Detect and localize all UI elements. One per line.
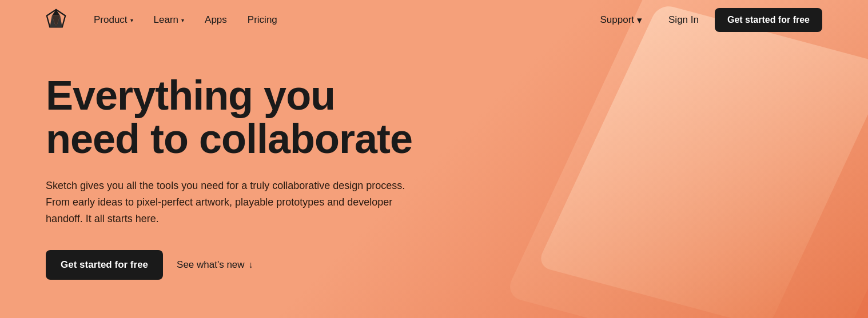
logo[interactable]: [46, 9, 66, 31]
navbar: Product ▾ Learn ▾ Apps Pricing Support ▾…: [0, 0, 868, 40]
nav-left: Product ▾ Learn ▾ Apps Pricing: [83, 10, 590, 30]
nav-cta-button[interactable]: Get started for free: [715, 8, 822, 32]
hero-secondary-link[interactable]: See what's new ↓: [177, 259, 253, 271]
hero-actions: Get started for free See what's new ↓: [46, 250, 469, 280]
bg-shape-inner: [536, 3, 868, 318]
chevron-down-icon: ▾: [130, 17, 133, 23]
nav-product-label: Product: [94, 14, 128, 26]
nav-item-learn[interactable]: Learn ▾: [144, 10, 194, 30]
bg-decoration: [525, 0, 868, 318]
nav-item-pricing[interactable]: Pricing: [237, 10, 288, 30]
nav-apps-label: Apps: [205, 14, 227, 26]
sketch-logo-icon: [46, 9, 66, 29]
hero-title: Everything you need to collaborate: [46, 74, 469, 160]
hero-cta-button[interactable]: Get started for free: [46, 250, 163, 280]
chevron-down-icon: ▾: [637, 14, 642, 26]
nav-right: Support ▾ Sign In Get started for free: [590, 8, 822, 32]
hero-title-line1: Everything you: [46, 73, 335, 118]
nav-support-label: Support: [600, 14, 634, 26]
hero-title-line2: need to collaborate: [46, 116, 412, 162]
hero-subtitle: Sketch gives you all the tools you need …: [46, 178, 412, 227]
nav-signin-label: Sign In: [668, 14, 699, 25]
bg-shape-outer: [504, 0, 868, 318]
nav-item-apps[interactable]: Apps: [194, 10, 237, 30]
chevron-down-icon: ▾: [181, 17, 184, 23]
nav-item-signin[interactable]: Sign In: [658, 10, 709, 30]
nav-item-product[interactable]: Product ▾: [83, 10, 144, 30]
hero-section: Everything you need to collaborate Sketc…: [0, 40, 515, 280]
nav-learn-label: Learn: [154, 14, 178, 26]
nav-pricing-label: Pricing: [248, 14, 277, 26]
svg-marker-1: [52, 10, 60, 16]
page-wrapper: Product ▾ Learn ▾ Apps Pricing Support ▾…: [0, 0, 868, 318]
nav-item-support[interactable]: Support ▾: [590, 10, 652, 31]
arrow-down-icon: ↓: [249, 260, 253, 270]
hero-secondary-label: See what's new: [177, 259, 245, 271]
